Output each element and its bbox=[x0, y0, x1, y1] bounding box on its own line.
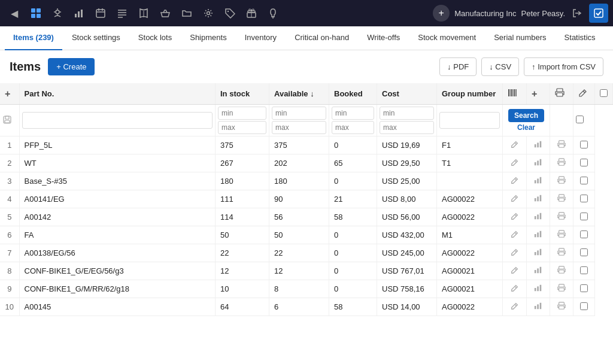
bar-chart-icon[interactable] bbox=[532, 211, 545, 223]
bar-chart-icon[interactable] bbox=[532, 193, 545, 205]
cell-chart-icon[interactable] bbox=[527, 226, 550, 244]
col-add-action[interactable]: + bbox=[527, 83, 550, 105]
row-checkbox[interactable] bbox=[580, 159, 588, 166]
gift-icon[interactable] bbox=[242, 4, 261, 23]
cell-chart-icon[interactable] bbox=[527, 244, 550, 262]
row-checkbox[interactable] bbox=[580, 302, 588, 310]
edit-icon[interactable] bbox=[508, 229, 521, 241]
chart-bar-icon[interactable] bbox=[69, 4, 89, 23]
filter-select-checkbox[interactable] bbox=[576, 116, 584, 123]
edit-icon[interactable] bbox=[508, 247, 521, 259]
cell-checkbox[interactable] bbox=[573, 172, 595, 190]
cell-checkbox[interactable] bbox=[573, 298, 595, 316]
filter-part-no[interactable] bbox=[19, 105, 216, 136]
cell-checkbox[interactable] bbox=[573, 244, 595, 262]
cell-print-icon[interactable] bbox=[550, 280, 573, 298]
cell-print-icon[interactable] bbox=[550, 172, 573, 190]
print-icon[interactable] bbox=[555, 247, 568, 259]
cell-chart-icon[interactable] bbox=[527, 208, 550, 226]
tab-critical-on-hand[interactable]: Critical on-hand bbox=[286, 26, 357, 50]
pdf-button[interactable]: ↓ PDF bbox=[439, 57, 477, 76]
cell-edit-icon[interactable] bbox=[503, 172, 527, 190]
cell-edit-icon[interactable] bbox=[503, 262, 527, 280]
bar-chart-icon[interactable] bbox=[532, 265, 545, 277]
cell-edit-icon[interactable] bbox=[503, 136, 527, 154]
print-icon[interactable] bbox=[555, 139, 568, 151]
col-barcode[interactable] bbox=[503, 83, 527, 105]
row-checkbox[interactable] bbox=[580, 230, 588, 238]
print-icon[interactable] bbox=[555, 157, 568, 169]
edit-icon[interactable] bbox=[508, 139, 521, 151]
select-all-checkbox[interactable] bbox=[600, 89, 608, 97]
print-icon[interactable] bbox=[555, 265, 568, 277]
print-icon[interactable] bbox=[555, 301, 568, 313]
import-csv-button[interactable]: ↑ Import from CSV bbox=[524, 57, 603, 76]
edit-icon[interactable] bbox=[508, 301, 521, 313]
filter-group-input[interactable] bbox=[439, 112, 500, 129]
bar-chart-icon[interactable] bbox=[532, 139, 545, 151]
cell-chart-icon[interactable] bbox=[527, 154, 550, 172]
row-checkbox[interactable] bbox=[580, 284, 588, 292]
bar-chart-icon[interactable] bbox=[532, 301, 545, 313]
filter-booked-min[interactable] bbox=[332, 107, 374, 120]
row-checkbox[interactable] bbox=[580, 195, 588, 202]
filter-booked-max[interactable] bbox=[332, 121, 374, 134]
cell-print-icon[interactable] bbox=[550, 262, 573, 280]
cell-chart-icon[interactable] bbox=[527, 172, 550, 190]
cell-edit-icon[interactable] bbox=[503, 208, 527, 226]
tab-write-offs[interactable]: Write-offs bbox=[359, 26, 408, 50]
settings-icon[interactable] bbox=[199, 4, 218, 23]
clear-button[interactable]: Clear bbox=[517, 123, 535, 132]
calendar-icon[interactable] bbox=[91, 4, 110, 23]
tab-stock-movement[interactable]: Stock movement bbox=[409, 26, 484, 50]
cell-checkbox[interactable] bbox=[573, 190, 595, 208]
cell-chart-icon[interactable] bbox=[527, 280, 550, 298]
print-icon[interactable] bbox=[555, 193, 568, 205]
create-button[interactable]: + Create bbox=[48, 58, 95, 75]
edit-icon[interactable] bbox=[508, 211, 521, 223]
print-icon[interactable] bbox=[555, 211, 568, 223]
print-icon[interactable] bbox=[555, 229, 568, 241]
cell-edit-icon[interactable] bbox=[503, 244, 527, 262]
filter-available-min[interactable] bbox=[272, 107, 326, 120]
cell-checkbox[interactable] bbox=[573, 262, 595, 280]
cell-chart-icon[interactable] bbox=[527, 136, 550, 154]
row-checkbox[interactable] bbox=[580, 266, 588, 274]
cell-print-icon[interactable] bbox=[550, 190, 573, 208]
row-checkbox[interactable] bbox=[580, 248, 588, 256]
filter-cost-min[interactable] bbox=[380, 107, 434, 120]
row-checkbox[interactable] bbox=[580, 177, 588, 184]
dashboard-icon[interactable] bbox=[26, 4, 45, 23]
bar-chart-icon[interactable] bbox=[532, 157, 545, 169]
tab-items[interactable]: Items (239) bbox=[5, 26, 62, 50]
cell-checkbox[interactable] bbox=[573, 208, 595, 226]
filter-available-max[interactable] bbox=[272, 121, 326, 134]
filter-checkbox[interactable] bbox=[573, 105, 595, 136]
list-icon[interactable] bbox=[113, 4, 132, 23]
edit-icon[interactable] bbox=[508, 283, 521, 295]
col-print[interactable] bbox=[550, 83, 573, 105]
cell-print-icon[interactable] bbox=[550, 226, 573, 244]
cell-edit-icon[interactable] bbox=[503, 226, 527, 244]
basket-icon[interactable] bbox=[156, 4, 175, 23]
edit-icon[interactable] bbox=[508, 265, 521, 277]
cell-chart-icon[interactable] bbox=[527, 298, 550, 316]
cell-edit-icon[interactable] bbox=[503, 298, 527, 316]
cell-checkbox[interactable] bbox=[573, 154, 595, 172]
search-button[interactable]: Search bbox=[508, 109, 544, 122]
tag-icon[interactable] bbox=[220, 4, 239, 23]
cell-checkbox[interactable] bbox=[573, 280, 595, 298]
row-checkbox[interactable] bbox=[580, 213, 588, 220]
print-icon[interactable] bbox=[555, 175, 568, 187]
csv-button[interactable]: ↓ CSV bbox=[481, 57, 519, 76]
cell-print-icon[interactable] bbox=[550, 298, 573, 316]
tab-stock-settings[interactable]: Stock settings bbox=[63, 26, 129, 50]
tab-serial-numbers[interactable]: Serial numbers bbox=[485, 26, 554, 50]
filter-part-no-input[interactable] bbox=[22, 112, 213, 129]
tab-stock-lots[interactable]: Stock lots bbox=[130, 26, 180, 50]
filter-save[interactable] bbox=[0, 105, 19, 136]
add-button[interactable]: + bbox=[433, 5, 450, 22]
cell-edit-icon[interactable] bbox=[503, 280, 527, 298]
tab-statistics[interactable]: Statistics bbox=[556, 26, 604, 50]
edit-icon[interactable] bbox=[508, 175, 521, 187]
